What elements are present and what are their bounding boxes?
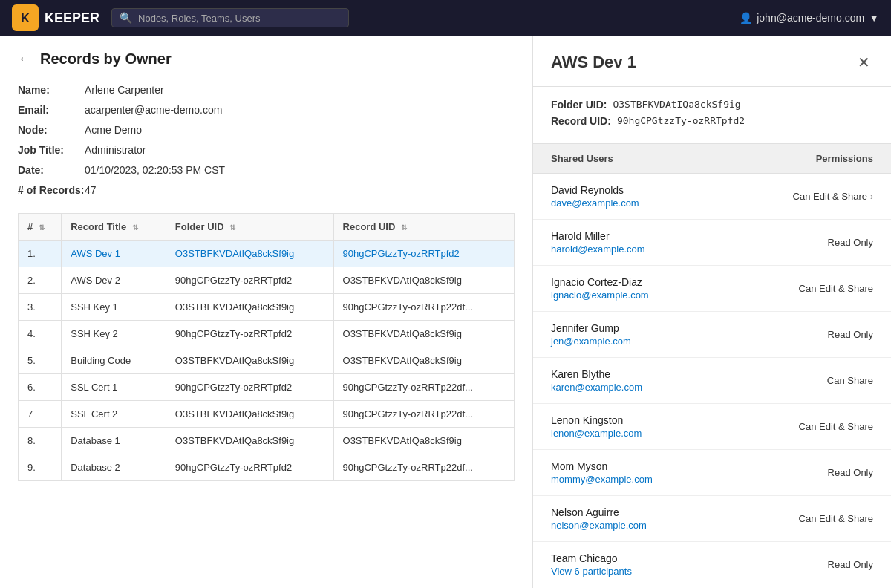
user-email[interactable]: mommy@example.com: [551, 474, 653, 485]
cell-record-title[interactable]: SSL Cert 1: [62, 374, 166, 401]
shared-user-row[interactable]: Lenon Kingston lenon@example.com Can Edi…: [533, 404, 891, 450]
table-header-row: # ⇅ Record Title ⇅ Folder UID ⇅ Record U…: [19, 214, 515, 241]
permission-text: Read Only: [828, 329, 873, 340]
detail-title: AWS Dev 1: [551, 53, 636, 72]
cell-record-title[interactable]: SSH Key 1: [62, 294, 166, 321]
cell-folder-uid: 90hgCPGtzzTy-ozRRTpfd2: [166, 454, 333, 481]
user-name: Nelson Aguirre: [551, 506, 647, 518]
folder-uid-row: Folder UID: O3STBFKVDAtIQa8ckSf9ig: [551, 99, 873, 111]
table-row[interactable]: 4.SSH Key 290hgCPGtzzTy-ozRRTpfd2O3STBFK…: [19, 321, 515, 347]
cell-record-uid: 90hgCPGtzzTy-ozRRTpfd2: [333, 241, 514, 267]
logo[interactable]: K KEEPER: [12, 4, 99, 31]
back-button[interactable]: ←: [18, 51, 31, 67]
node-value: Acme Demo: [85, 122, 142, 138]
cell-record-title[interactable]: Database 1: [62, 428, 166, 454]
user-email[interactable]: harold@example.com: [551, 244, 645, 255]
user-email[interactable]: karen@example.com: [551, 382, 642, 393]
col-record-title[interactable]: Record Title ⇅: [62, 214, 166, 241]
cell-record-title[interactable]: SSH Key 2: [62, 321, 166, 347]
records-value: 47: [85, 183, 97, 198]
shared-user-row[interactable]: Team Chicago View 6 participants Read On…: [533, 542, 891, 587]
search-input[interactable]: [138, 13, 341, 24]
table-row[interactable]: 7SSL Cert 2O3STBFKVDAtIQa8ckSf9ig90hgCPG…: [19, 401, 515, 428]
table-row[interactable]: 8.Database 1O3STBFKVDAtIQa8ckSf9igO3STBF…: [19, 428, 515, 454]
detail-meta: Folder UID: O3STBFKVDAtIQa8ckSf9ig Recor…: [533, 87, 891, 144]
col-folder-uid[interactable]: Folder UID ⇅: [166, 214, 333, 241]
cell-folder-uid: O3STBFKVDAtIQa8ckSf9ig: [166, 401, 333, 428]
close-button[interactable]: ✕: [855, 50, 873, 74]
cell-num: 3.: [19, 294, 62, 321]
top-navigation: K KEEPER 🔍 👤 john@acme-demo.com ▼: [0, 0, 891, 36]
permission-badge: Can Edit & Share: [799, 283, 873, 294]
cell-record-title[interactable]: AWS Dev 1: [62, 241, 166, 267]
cell-num: 1.: [19, 241, 62, 267]
shared-user-row[interactable]: David Reynolds dave@example.com Can Edit…: [533, 174, 891, 220]
cell-record-title[interactable]: Database 2: [62, 454, 166, 481]
table-row[interactable]: 2.AWS Dev 290hgCPGtzzTy-ozRRTpfd2O3STBFK…: [19, 267, 515, 294]
cell-record-title[interactable]: Building Code: [62, 347, 166, 374]
col-num[interactable]: # ⇅: [19, 214, 62, 241]
shared-users-section: Shared Users Permissions David Reynolds …: [533, 144, 891, 587]
email-value: acarpenter@acme-demo.com: [85, 102, 222, 118]
shared-user-row[interactable]: Karen Blythe karen@example.com Can Share: [533, 358, 891, 404]
cell-folder-uid: O3STBFKVDAtIQa8ckSf9ig: [166, 294, 333, 321]
table-row[interactable]: 6.SSL Cert 190hgCPGtzzTy-ozRRTpfd290hgCP…: [19, 374, 515, 401]
shared-user-row[interactable]: Nelson Aguirre nelson@example.com Can Ed…: [533, 496, 891, 542]
table-row[interactable]: 3.SSH Key 1O3STBFKVDAtIQa8ckSf9ig90hgCPG…: [19, 294, 515, 321]
records-label: # of Records:: [18, 183, 85, 198]
user-name: Team Chicago: [551, 552, 632, 564]
cell-folder-uid: 90hgCPGtzzTy-ozRRTpfd2: [166, 321, 333, 347]
cell-record-title[interactable]: SSL Cert 2: [62, 401, 166, 428]
permissions-label: Permissions: [816, 153, 873, 164]
shared-user-row[interactable]: Jennifer Gump jen@example.com Read Only: [533, 312, 891, 358]
permission-badge: Can Share: [827, 375, 873, 386]
page-header: ← Records by Owner: [18, 50, 515, 68]
shared-user-row[interactable]: Ignacio Cortez-Diaz ignacio@example.com …: [533, 266, 891, 312]
user-email[interactable]: jen@example.com: [551, 336, 631, 347]
cell-record-uid: O3STBFKVDAtIQa8ckSf9ig: [333, 321, 514, 347]
user-email[interactable]: nelson@example.com: [551, 520, 647, 531]
jobtitle-label: Job Title:: [18, 143, 85, 158]
user-email[interactable]: dave@example.com: [551, 197, 639, 209]
user-info: Jennifer Gump jen@example.com: [551, 322, 631, 347]
user-menu[interactable]: 👤 john@acme-demo.com ▼: [740, 12, 879, 24]
permission-text: Can Edit & Share: [799, 421, 873, 432]
cell-num: 9.: [19, 454, 62, 481]
permission-badge: Read Only: [828, 329, 873, 340]
record-uid-row: Record UID: 90hgCPGtzzTy-ozRRTpfd2: [551, 115, 873, 127]
cell-record-uid: O3STBFKVDAtIQa8ckSf9ig: [333, 428, 514, 454]
shared-users-label: Shared Users: [551, 153, 613, 164]
user-email[interactable]: ignacio@example.com: [551, 290, 649, 301]
permission-badge: Can Edit & Share: [799, 513, 873, 524]
user-info: Ignacio Cortez-Diaz ignacio@example.com: [551, 276, 649, 301]
name-value: Arlene Carpenter: [85, 82, 164, 98]
permission-badge: Can Edit & Share: [799, 421, 873, 432]
shared-user-row[interactable]: Mom Myson mommy@example.com Read Only: [533, 450, 891, 496]
node-label: Node:: [18, 122, 85, 138]
owner-records-row: # of Records: 47: [18, 183, 515, 198]
cell-record-title[interactable]: AWS Dev 2: [62, 267, 166, 294]
cell-num: 5.: [19, 347, 62, 374]
date-label: Date:: [18, 163, 85, 178]
cell-record-uid: O3STBFKVDAtIQa8ckSf9ig: [333, 267, 514, 294]
permission-text: Can Edit & Share: [793, 191, 867, 202]
shared-user-row[interactable]: Harold Miller harold@example.com Read On…: [533, 220, 891, 266]
folder-uid-label: Folder UID:: [551, 99, 607, 111]
detail-header: AWS Dev 1 ✕: [533, 36, 891, 87]
cell-num: 2.: [19, 267, 62, 294]
search-bar[interactable]: 🔍: [111, 8, 349, 27]
user-email[interactable]: View 6 participants: [551, 566, 632, 577]
owner-name-row: Name: Arlene Carpenter: [18, 82, 515, 98]
owner-jobtitle-row: Job Title: Administrator: [18, 143, 515, 158]
permission-badge: Read Only: [828, 237, 873, 248]
permission-text: Read Only: [828, 237, 873, 248]
table-row[interactable]: 5.Building CodeO3STBFKVDAtIQa8ckSf9igO3S…: [19, 347, 515, 374]
owner-date-row: Date: 01/10/2023, 02:20:53 PM CST: [18, 163, 515, 178]
user-name: Ignacio Cortez-Diaz: [551, 276, 649, 288]
table-row[interactable]: 9.Database 290hgCPGtzzTy-ozRRTpfd290hgCP…: [19, 454, 515, 481]
user-name: Karen Blythe: [551, 368, 642, 380]
table-row[interactable]: 1.AWS Dev 1O3STBFKVDAtIQa8ckSf9ig90hgCPG…: [19, 241, 515, 267]
permission-badge: Read Only: [828, 467, 873, 478]
col-record-uid[interactable]: Record UID ⇅: [333, 214, 514, 241]
user-email[interactable]: lenon@example.com: [551, 428, 642, 439]
